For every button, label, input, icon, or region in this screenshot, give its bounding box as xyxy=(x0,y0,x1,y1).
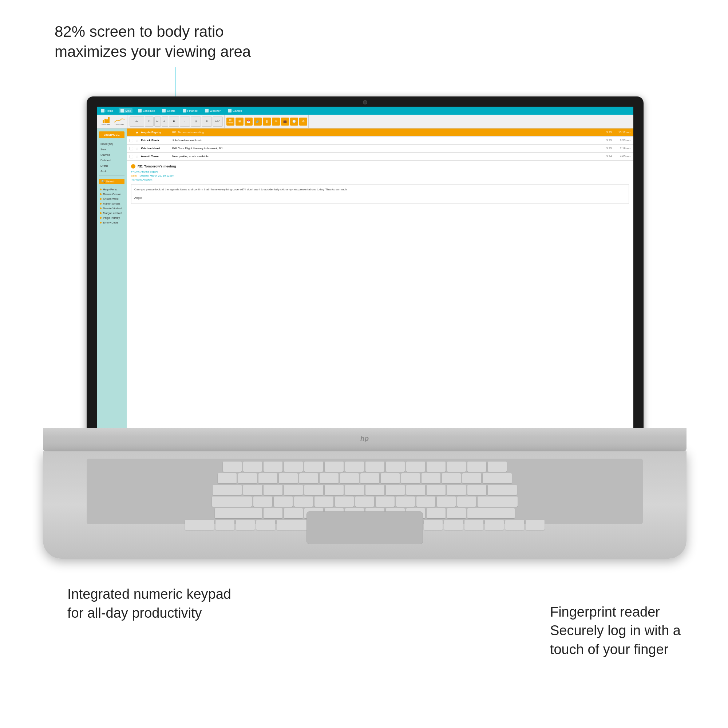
key-del[interactable] xyxy=(488,462,507,472)
key-a[interactable] xyxy=(253,497,272,507)
key-y[interactable] xyxy=(345,485,364,495)
key-win[interactable] xyxy=(236,520,255,530)
key-tilde[interactable] xyxy=(218,473,237,483)
key-equal[interactable] xyxy=(462,473,481,483)
nav-item-sports[interactable]: Sports xyxy=(160,108,177,113)
key-x[interactable] xyxy=(284,508,303,518)
link-btn[interactable]: 🔗 xyxy=(254,118,262,125)
key-f2[interactable] xyxy=(263,462,283,472)
contact-item-hugo[interactable]: Hugo Perez xyxy=(97,187,127,192)
sidebar-item-junk[interactable]: Junk xyxy=(97,168,127,174)
nav-item-weather[interactable]: Weather xyxy=(203,108,222,113)
font-selector[interactable]: Aa xyxy=(130,116,144,127)
key-8[interactable] xyxy=(381,473,400,483)
key-p[interactable] xyxy=(427,485,445,495)
key-q[interactable] xyxy=(243,485,262,495)
contact-item-emmy[interactable]: Emmy Davis xyxy=(97,220,127,225)
search-bar[interactable]: 🔍 Search xyxy=(99,179,124,184)
key-f12[interactable] xyxy=(467,462,486,472)
email-row-2[interactable]: ☆ Kristine Heart FW: Your Flight Itinera… xyxy=(127,145,633,153)
briefcase-btn[interactable]: 💼 xyxy=(281,118,289,125)
sidebar-item-inbox[interactable]: Inbox(52) xyxy=(97,141,127,147)
key-6[interactable] xyxy=(340,473,359,483)
key-z[interactable] xyxy=(263,508,283,518)
contact-item-marlon[interactable]: Marlon Smalls xyxy=(97,201,127,206)
key-o[interactable] xyxy=(406,485,425,495)
clock-btn[interactable]: 🕐 xyxy=(290,118,298,125)
key-backspace[interactable] xyxy=(483,473,512,483)
key-f[interactable] xyxy=(315,497,333,507)
key-right[interactable] xyxy=(526,520,544,530)
nav-item-home[interactable]: Home xyxy=(99,108,115,113)
key-rbracket[interactable] xyxy=(467,485,486,495)
key-4[interactable] xyxy=(299,473,318,483)
contact-item-paige[interactable]: Paige Plumey xyxy=(97,216,127,220)
key-s[interactable] xyxy=(274,497,293,507)
key-caps[interactable] xyxy=(212,497,252,507)
table-insert-btn[interactable]: ⊞ xyxy=(236,118,243,125)
key-down[interactable] xyxy=(505,520,524,530)
key-alt-l[interactable] xyxy=(256,520,275,530)
email-star-2[interactable]: ☆ xyxy=(135,146,139,150)
key-9[interactable] xyxy=(401,473,420,483)
email-checkbox-3[interactable] xyxy=(130,155,133,158)
nav-item-finance[interactable]: Finance xyxy=(181,108,199,113)
key-semicolon[interactable] xyxy=(437,497,456,507)
key-fn[interactable] xyxy=(216,520,234,530)
italic-btn[interactable]: I xyxy=(180,116,190,127)
sidebar-item-drafts[interactable]: Drafts xyxy=(97,163,127,168)
key-esc[interactable] xyxy=(223,462,242,472)
key-f1[interactable] xyxy=(243,462,262,472)
trackpad[interactable] xyxy=(306,511,423,544)
key-f6[interactable] xyxy=(345,462,364,472)
contact-item-donnie[interactable]: Donnie Vindevil xyxy=(97,206,127,211)
font-grow-btn[interactable]: A⁺ xyxy=(154,116,161,127)
key-7[interactable] xyxy=(360,473,379,483)
key-2[interactable] xyxy=(258,473,277,483)
key-k[interactable] xyxy=(396,497,415,507)
nav-item-mail[interactable]: Mail xyxy=(119,108,133,113)
key-alt-r[interactable] xyxy=(424,520,443,530)
key-minus[interactable] xyxy=(442,473,461,483)
email-row-1[interactable]: ☆ Patrick Black John's retirement lunch … xyxy=(127,136,633,145)
email-checkbox-1[interactable] xyxy=(130,139,133,142)
nav-item-games[interactable]: Games xyxy=(226,108,244,113)
delete-btn[interactable]: 🗑 xyxy=(263,118,271,125)
key-u[interactable] xyxy=(366,485,384,495)
key-f10[interactable] xyxy=(427,462,445,472)
contact-item-rowan[interactable]: Rowan Gearon xyxy=(97,192,127,197)
key-h[interactable] xyxy=(355,497,374,507)
strikethrough-btn[interactable]: S̶ xyxy=(202,116,212,127)
key-1[interactable] xyxy=(238,473,257,483)
key-lbracket[interactable] xyxy=(447,485,466,495)
key-f5[interactable] xyxy=(325,462,344,472)
key-r[interactable] xyxy=(304,485,323,495)
key-up[interactable] xyxy=(485,520,504,530)
key-tab[interactable] xyxy=(213,485,242,495)
email-star-0[interactable]: ★ xyxy=(135,130,139,134)
sidebar-item-starred[interactable]: Starred xyxy=(97,152,127,158)
key-f3[interactable] xyxy=(284,462,303,472)
sidebar-item-sent[interactable]: Sent xyxy=(97,147,127,152)
email-row-3[interactable]: ☆ Arnold Tenor New parking spots availab… xyxy=(127,153,633,161)
key-w[interactable] xyxy=(263,485,283,495)
bold-btn[interactable]: B xyxy=(169,116,179,127)
email-star-3[interactable]: ☆ xyxy=(135,154,139,158)
email-btn[interactable]: ✉ xyxy=(272,118,280,125)
key-f4[interactable] xyxy=(304,462,323,472)
key-l[interactable] xyxy=(416,497,435,507)
line-chart-button[interactable]: Line Chart xyxy=(113,116,126,127)
key-5[interactable] xyxy=(320,473,338,483)
key-i[interactable] xyxy=(386,485,405,495)
email-checkbox-0[interactable] xyxy=(130,131,133,134)
settings-btn[interactable]: ⚙ xyxy=(299,118,307,125)
key-t[interactable] xyxy=(325,485,344,495)
font-shrink-btn[interactable]: A⁻ xyxy=(162,116,168,127)
key-quote[interactable] xyxy=(457,497,476,507)
key-j[interactable] xyxy=(376,497,395,507)
email-row-0[interactable]: ★ Angela Bigsby RE: Tomorrow's meeting 3… xyxy=(127,128,633,136)
contact-item-margo[interactable]: Margo Lunsford xyxy=(97,211,127,216)
highlight-btn[interactable]: ABC xyxy=(213,116,223,127)
email-star-1[interactable]: ☆ xyxy=(135,138,139,142)
key-g[interactable] xyxy=(335,497,354,507)
